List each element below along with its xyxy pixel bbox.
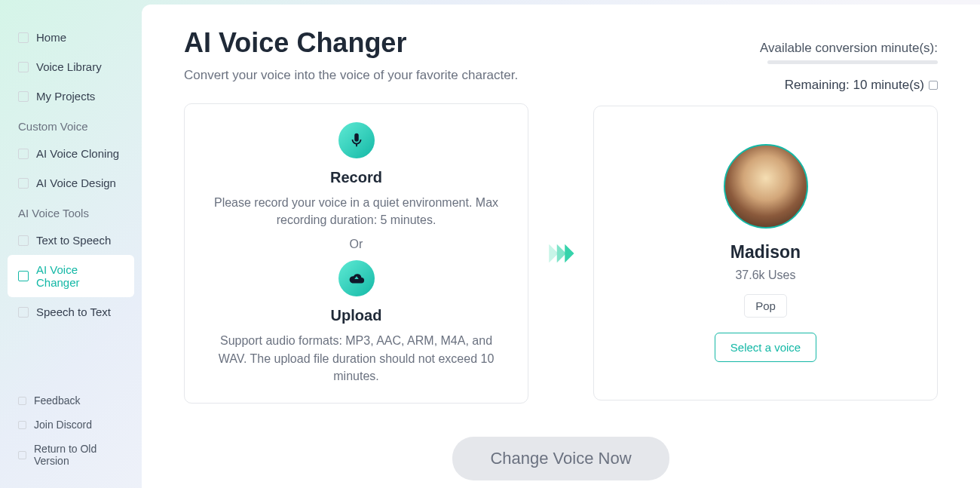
- cloud-upload-icon[interactable]: [338, 260, 375, 296]
- input-card: Record Please record your voice in a qui…: [184, 103, 528, 404]
- sidebar-item-ai-voice-design[interactable]: AI Voice Design: [8, 168, 134, 198]
- square-icon: [18, 307, 29, 318]
- credit-remaining-text: Remaining: 10 minute(s): [785, 78, 924, 93]
- square-icon: [18, 32, 29, 43]
- voice-card: Madison 37.6k Uses Pop Select a voice: [593, 106, 938, 401]
- sidebar-item-label: Text to Speech: [36, 234, 111, 247]
- record-text: Please record your voice in a quiet envi…: [207, 194, 505, 229]
- sidebar-item-label: Feedback: [34, 394, 80, 407]
- select-voice-button[interactable]: Select a voice: [715, 333, 816, 362]
- sidebar-item-text-to-speech[interactable]: Text to Speech: [8, 226, 134, 255]
- square-icon: [18, 271, 29, 281]
- sidebar-item-ai-voice-changer[interactable]: AI Voice Changer: [8, 255, 134, 297]
- credit-progress-bar: [767, 60, 938, 64]
- arrow-right-icon: [545, 238, 577, 269]
- sidebar-item-return-old-version[interactable]: Return to Old Version: [8, 437, 134, 473]
- page-title: AI Voice Changer: [184, 27, 518, 59]
- square-icon: [18, 62, 29, 72]
- sidebar-item-feedback[interactable]: Feedback: [8, 388, 134, 413]
- info-icon[interactable]: [929, 81, 938, 90]
- sidebar-item-home[interactable]: Home: [8, 23, 134, 52]
- square-icon: [18, 235, 29, 246]
- square-icon: [18, 397, 26, 405]
- square-icon: [18, 178, 29, 189]
- square-icon: [18, 91, 29, 102]
- credit-label: Available conversion minute(s):: [760, 41, 938, 56]
- or-separator: Or: [207, 238, 505, 251]
- change-voice-now-button[interactable]: Change Voice Now: [452, 437, 669, 480]
- sidebar-item-label: Join Discord: [34, 419, 92, 431]
- voice-tag: Pop: [744, 294, 787, 318]
- sidebar-item-my-projects[interactable]: My Projects: [8, 81, 134, 111]
- sidebar-item-label: My Projects: [36, 90, 95, 103]
- sidebar-item-label: AI Voice Cloning: [36, 147, 119, 160]
- square-icon: [18, 421, 26, 429]
- sidebar-item-label: Voice Library: [36, 60, 102, 73]
- credit-remaining: Remaining: 10 minute(s): [760, 78, 938, 93]
- sidebar-item-voice-library[interactable]: Voice Library: [8, 52, 134, 81]
- upload-text: Support audio formats: MP3, AAC, ARM, M4…: [207, 332, 505, 385]
- sidebar-section-ai-voice-tools: AI Voice Tools: [8, 198, 134, 226]
- upload-heading: Upload: [207, 307, 505, 324]
- sidebar-item-label: AI Voice Design: [36, 176, 116, 189]
- credit-box: Available conversion minute(s): Remainin…: [760, 27, 938, 93]
- microphone-icon[interactable]: [338, 122, 375, 158]
- square-icon: [18, 149, 29, 159]
- voice-name: Madison: [617, 242, 914, 262]
- voice-uses: 37.6k Uses: [617, 269, 914, 282]
- sidebar-item-ai-voice-cloning[interactable]: AI Voice Cloning: [8, 139, 134, 168]
- sidebar-item-label: AI Voice Changer: [36, 263, 124, 289]
- main-content: AI Voice Changer Convert your voice into…: [142, 5, 980, 488]
- square-icon: [18, 451, 26, 459]
- record-heading: Record: [207, 169, 505, 186]
- sidebar-item-label: Speech to Text: [36, 305, 111, 318]
- sidebar-item-label: Home: [36, 31, 66, 44]
- voice-avatar: [724, 144, 808, 229]
- sidebar: Home Voice Library My Projects Custom Vo…: [0, 0, 142, 488]
- sidebar-item-join-discord[interactable]: Join Discord: [8, 413, 134, 437]
- page-subtitle: Convert your voice into the voice of you…: [184, 68, 518, 83]
- sidebar-item-label: Return to Old Version: [34, 443, 124, 467]
- sidebar-item-speech-to-text[interactable]: Speech to Text: [8, 297, 134, 327]
- sidebar-section-custom-voice: Custom Voice: [8, 111, 134, 139]
